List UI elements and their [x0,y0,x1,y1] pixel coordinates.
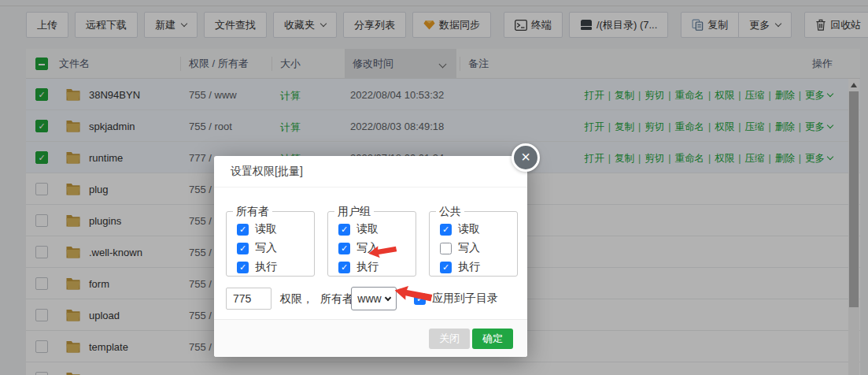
permission-checkbox[interactable]: ✓ [237,224,249,236]
permission-checkbox[interactable]: ✓ [338,243,350,254]
owner-select[interactable]: www [351,287,397,310]
permission-group-legend: 用户组 [334,205,374,219]
owner-label: 所有者 [320,292,353,306]
modal-footer: 关闭 确定 [214,319,527,357]
modal-title-divider [214,187,527,188]
modal-close-button[interactable]: × [512,143,540,172]
permission-option-row: ✓读取 [237,222,277,236]
permission-checkbox[interactable]: ✓ [440,224,452,236]
permission-option-row: ✓执行 [237,260,277,274]
close-icon: × [521,148,530,165]
permission-option-row: 写入 [440,241,480,255]
permission-checkbox[interactable]: ✓ [338,262,350,273]
permission-checkbox[interactable]: ✓ [237,243,249,254]
permission-checkbox-label: 读取 [255,222,277,236]
permission-checkbox-label: 读取 [458,222,480,236]
permission-group-0: 所有者✓读取✓写入✓执行 [226,211,315,277]
modal-confirm-button[interactable]: 确定 [472,329,513,349]
permission-option-row: ✓执行 [338,260,379,274]
permission-checkbox-label: 执行 [255,260,277,274]
permission-checkbox-label: 执行 [356,260,379,274]
permission-checkbox-label: 写入 [255,241,277,255]
permission-label: 权限， [280,292,313,306]
modal-title: 设置权限[批量] [231,165,303,179]
permission-checkbox[interactable]: ✓ [237,262,249,273]
permission-option-row: ✓执行 [440,260,480,274]
permission-group-2: 公共✓读取写入✓执行 [429,211,518,277]
permission-checkbox-label: 读取 [356,222,379,236]
permission-option-row: ✓读取 [338,222,379,236]
permission-group-1: 用户组✓读取✓写入✓执行 [327,211,416,277]
permission-checkbox[interactable]: ✓ [440,262,452,273]
owner-select-value: www [357,292,381,305]
permission-checkbox-label: 执行 [458,260,480,274]
permission-checkbox[interactable] [440,243,452,254]
permission-group-legend: 所有者 [233,205,272,219]
permission-checkbox-label: 写入 [458,241,480,255]
select-chevron-icon [384,295,390,301]
permission-checkbox[interactable]: ✓ [338,224,350,236]
permission-option-row: ✓读取 [440,222,480,236]
permission-option-row: ✓写入 [237,241,277,255]
permission-group-legend: 公共 [436,205,464,219]
permission-value-input[interactable] [226,288,271,310]
apply-subdir-label: 应用到子目录 [432,291,498,306]
modal-cancel-button[interactable]: 关闭 [429,329,470,349]
permission-value-row: 权限， 所有者 www ✓ 应用到子目录 [214,288,527,311]
